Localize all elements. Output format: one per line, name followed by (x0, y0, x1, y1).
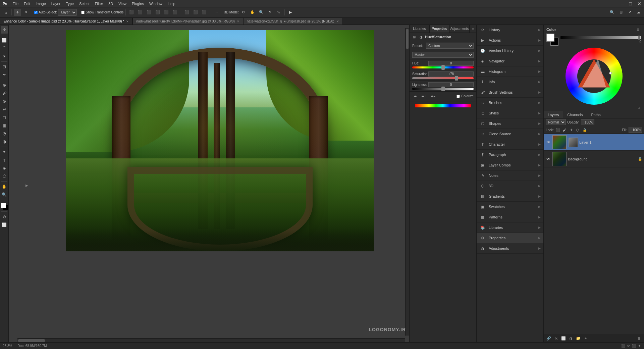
tool-hand[interactable]: ✋ (1, 183, 8, 190)
status-icon-1[interactable]: ⬛ (621, 344, 625, 348)
tool-history-brush[interactable]: ↩ (1, 106, 8, 113)
eyedropper-sub-btn[interactable]: ✒- (430, 93, 436, 100)
eyedropper-btn[interactable]: ✒ (412, 93, 419, 100)
tab-1-close[interactable]: ✕ (237, 20, 239, 23)
fg-bg-colors[interactable] (1, 203, 8, 210)
search-btn[interactable]: 🔍 (608, 9, 616, 16)
tool-dodge[interactable]: ◑ (1, 138, 8, 145)
3d-spin[interactable]: ↻ (266, 9, 274, 16)
nav-histogram[interactable]: ▬ Histogram ▶ (477, 66, 543, 77)
tool-blur[interactable]: ◔ (1, 130, 8, 137)
lightness-value[interactable] (428, 82, 474, 87)
layer-fx-btn[interactable]: fx (553, 335, 559, 341)
layer-item-bg[interactable]: 👁 Background 🔒 (544, 151, 644, 167)
nav-swatches[interactable]: ▣ Swatches ▶ (477, 202, 543, 212)
nav-clone-source[interactable]: ⊕ Clone Source ▶ (477, 129, 543, 139)
menu-3d[interactable]: 3D (108, 2, 113, 6)
nav-version-history[interactable]: 🕐 Version History ▶ (477, 46, 543, 56)
hue-slider[interactable] (412, 66, 474, 68)
tab-2-close[interactable]: ✕ (336, 20, 339, 23)
tab-0-close[interactable]: ✕ (126, 20, 129, 23)
tab-libraries[interactable]: Libraries (410, 25, 430, 33)
eyedropper-add-btn[interactable]: ✒+ (421, 93, 428, 100)
tool-stamp[interactable]: ⊙ (1, 98, 8, 105)
layer-bg-visibility[interactable]: 👁 (546, 156, 551, 162)
layer-adj-btn[interactable]: ◑ (568, 335, 574, 341)
menu-ps[interactable]: Ps (3, 2, 7, 6)
lock-pixels[interactable]: 🖌 (562, 127, 567, 133)
nav-shapes[interactable]: ⬡ Shapes ▶ (477, 118, 543, 129)
nav-paragraph[interactable]: ¶ Paragraph ▶ (477, 150, 543, 160)
align-center-h[interactable]: ⬛ (137, 9, 144, 16)
tool-heal[interactable]: ⊕ (1, 82, 8, 89)
window-restore[interactable]: □ (629, 1, 632, 6)
h-scrollbar[interactable] (17, 338, 405, 342)
align-right[interactable]: ⬛ (145, 9, 153, 16)
lock-transparent[interactable]: ⬛ (555, 127, 560, 133)
status-icon-4[interactable]: 👁 (638, 344, 641, 348)
opacity-input[interactable] (581, 119, 594, 125)
nav-brush-settings[interactable]: 🖌 Brush Settings ▶ (477, 87, 543, 98)
saturation-thumb[interactable] (455, 76, 458, 81)
nav-history[interactable]: ⟳ History ▶ (477, 25, 543, 35)
layer-delete-btn[interactable]: 🗑 (636, 335, 642, 341)
lock-position[interactable]: ✛ (569, 127, 574, 133)
menu-view[interactable]: View (118, 2, 126, 6)
canvas-area[interactable]: ▶ LOGONOMY.IR (9, 25, 409, 342)
video-btn[interactable]: ▶ (287, 9, 294, 16)
menu-help[interactable]: Help (168, 2, 175, 6)
tool-select-rect[interactable]: ⬜ (1, 37, 8, 44)
tool-pen[interactable]: ✒ (1, 148, 8, 156)
color-swatches[interactable] (546, 34, 558, 46)
3d-pan[interactable]: ✋ (249, 9, 256, 16)
layer-mask-btn[interactable]: ⬜ (560, 335, 567, 341)
hue-sat-icon-grid[interactable]: ⊞ (412, 34, 417, 40)
tool-screen-mode[interactable]: ⬜ (1, 221, 8, 229)
3d-rotate[interactable]: ⟳ (240, 9, 248, 16)
nav-info[interactable]: ℹ Info ▶ (477, 77, 543, 87)
layer-new-btn[interactable]: + (583, 335, 589, 341)
menu-type[interactable]: Type (66, 2, 74, 6)
menu-filter[interactable]: Filter (95, 2, 103, 6)
share-btn[interactable]: ↗ (626, 9, 633, 16)
resize-handle[interactable]: ⊿ (637, 105, 641, 109)
align-top[interactable]: ⬛ (154, 9, 161, 16)
tool-dropdown[interactable]: ▾ (22, 9, 30, 16)
color-wheel-dot[interactable] (609, 72, 612, 74)
v-scrollbar[interactable] (405, 28, 409, 336)
tool-type[interactable]: T (1, 156, 8, 164)
nav-properties[interactable]: ⚙ Properties ▶ (477, 233, 543, 243)
tool-crop[interactable]: ⊡ (1, 63, 8, 70)
saturation-slider[interactable] (412, 77, 474, 79)
panel-menu-btn[interactable]: ≡ (470, 25, 476, 33)
menu-file[interactable]: File (12, 2, 18, 6)
tool-mode[interactable]: ⊙ (1, 213, 8, 220)
lock-all[interactable]: 🔒 (582, 127, 587, 133)
auto-select-check[interactable]: Auto-Select: (34, 10, 57, 14)
3d-scale[interactable]: ⤡ (275, 9, 282, 16)
fill-input[interactable] (629, 127, 642, 133)
distribute-h[interactable]: ⬛ (183, 9, 191, 16)
transform-check[interactable]: Show Transform Controls (81, 10, 123, 14)
status-icon-2[interactable]: ⟳ (627, 344, 630, 348)
menu-plugins[interactable]: Plugins (132, 2, 144, 6)
layer-link-btn[interactable]: 🔗 (546, 335, 552, 341)
tool-shape[interactable]: ⬡ (1, 172, 8, 180)
window-minimize[interactable]: ─ (621, 1, 624, 6)
nav-adjustments[interactable]: ◑ Adjustments ▶ (477, 243, 543, 254)
tool-lasso[interactable]: ⌒ (1, 45, 8, 52)
move-tool[interactable]: ✛ (14, 9, 21, 16)
layer-folder-btn[interactable]: 📁 (575, 335, 581, 341)
menu-edit[interactable]: Edit (24, 2, 30, 6)
3d-zoom[interactable]: 🔍 (258, 9, 265, 16)
color-panel-expand[interactable]: ≡ (635, 26, 641, 33)
tab-properties[interactable]: Properties (430, 25, 450, 33)
nav-actions[interactable]: ▶ Actions ▶ (477, 35, 543, 46)
hue-thumb[interactable] (441, 65, 445, 70)
home-btn[interactable]: ⌂ (2, 9, 9, 16)
menu-layer[interactable]: Layer (51, 2, 61, 6)
nav-gradients[interactable]: ▤ Gradients ▶ (477, 191, 543, 202)
window-close[interactable]: ✕ (637, 1, 641, 6)
nav-styles[interactable]: ◻ Styles ▶ (477, 108, 543, 118)
lightness-slider[interactable] (412, 88, 474, 90)
